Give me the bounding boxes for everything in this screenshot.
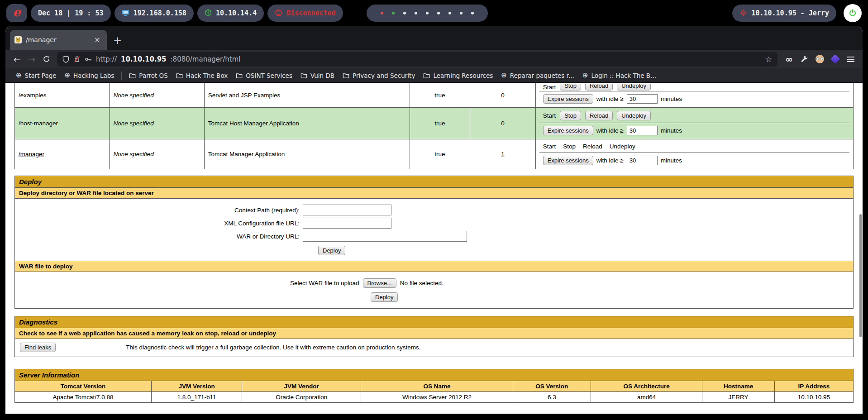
server-info-value: Apache Tomcat/7.0.88 [15,392,152,403]
new-tab-button[interactable]: + [107,34,128,50]
idle-suffix: minutes [661,95,682,102]
server-info-column-header: OS Name [361,381,513,392]
deploy-button[interactable]: Deploy [318,246,345,255]
bookmark-item[interactable]: Vuln DB [296,71,339,81]
power-button[interactable] [844,4,862,22]
server-info-table: Server Information Tomcat VersionJVM Ver… [14,369,854,403]
workspace-dot[interactable] [381,12,383,14]
reload-label: Reload [583,143,602,150]
app-path-link[interactable]: /examples [19,92,47,99]
bookmark-item[interactable]: Privacy and Security [339,71,419,81]
server-info-header-row: Tomcat VersionJVM VersionJVM VendorOS Na… [15,381,854,392]
bookmark-item[interactable]: ⊕Start Page [12,71,61,81]
bookmark-item[interactable]: Parrot OS [125,71,172,81]
deploy-section: Deploy Deploy directory or WAR file loca… [14,176,854,309]
browse-button[interactable]: Browse... [363,278,396,288]
bookmark-star-icon[interactable]: ☆ [765,55,772,64]
app-running: true [410,139,470,169]
idle-minutes-input[interactable] [627,156,658,165]
deploy-title: Deploy [15,176,853,188]
extension-face-icon[interactable] [812,52,827,66]
app-path-link[interactable]: /host-manager [19,120,58,127]
context-path-label: Context Path (required): [15,207,303,214]
clock-widget: Dec 18 | 19 : 53 [31,5,111,22]
undeploy-button[interactable]: Undeploy [617,84,651,91]
app-display-name: Servlet and JSP Examples [204,83,410,108]
bookmark-label: Login :: Hack The B... [591,72,656,79]
no-file-text: No file selected. [400,280,444,286]
app-sessions-link[interactable]: 0 [501,92,505,99]
workspace-dot[interactable] [448,12,451,14]
history-infinity-icon[interactable]: ∞ [781,52,796,66]
target-icon [739,9,747,17]
bookmark-item[interactable]: OSINT Services [232,71,296,81]
reload-button-app[interactable]: Reload [585,111,613,120]
globe-icon: ⊕ [16,72,22,79]
clock-text: Dec 18 | 19 : 53 [38,9,104,17]
idle-minutes-input[interactable] [627,126,658,135]
context-path-input[interactable] [303,205,391,215]
reload-button[interactable] [39,52,53,66]
bookmark-item[interactable]: Hack The Box [172,71,232,81]
workspace-dot[interactable] [426,12,429,14]
wrench-icon[interactable] [796,52,812,66]
bookmark-item[interactable]: Learning Resources [419,71,497,81]
workspace-dot[interactable] [403,12,406,14]
expire-sessions-button[interactable]: Expire sessions [543,156,593,165]
app-version: None specified [110,108,204,139]
folder-icon [300,72,307,79]
start-label: Start [543,84,556,91]
vpn-ip-widget: 10.10.14.4 [197,5,264,22]
app-path-link[interactable]: /manager [19,151,44,158]
bookmark-item[interactable]: ⊕Hacking Labs [61,71,119,81]
expire-sessions-button[interactable]: Expire sessions [543,94,593,104]
target-text: 10.10.10.95 - Jerry [751,9,829,17]
tab-close-icon[interactable]: × [92,35,102,44]
url-bar[interactable]: http://10.10.10.95:8080/manager/html ☆ [57,52,777,67]
insecure-lock-icon[interactable] [73,56,81,63]
folder-icon [236,72,243,79]
vpn-status-widget: Disconnected [267,5,343,22]
tab-manager[interactable]: /manager × [10,30,107,50]
server-info-value: 6.3 [513,392,591,403]
xml-config-input[interactable] [303,218,391,229]
workspace-dot[interactable] [460,12,463,14]
applications-table: /examples None specified Servlet and JSP… [14,83,854,169]
parrot-menu-button[interactable]: e [6,4,27,22]
stop-button[interactable]: Stop [560,111,581,120]
find-leaks-button[interactable]: Find leaks [20,343,56,352]
extension-diamond-icon[interactable] [827,52,843,66]
workspace-dot[interactable] [471,12,474,14]
key-icon [85,56,92,63]
workspace-dot[interactable] [415,12,417,14]
undeploy-label: Undeploy [610,143,635,150]
expire-sessions-button[interactable]: Expire sessions [543,126,593,135]
shield-icon [62,56,69,63]
server-info-column-header: Hostname [702,381,774,392]
bookmark-item[interactable]: ⊕Reparar paquetes r... [497,71,578,81]
reload-button-app[interactable]: Reload [585,84,613,91]
server-info-value: JERRY [702,392,774,403]
table-row: /host-manager None specified Tomcat Host… [15,108,854,139]
idle-minutes-input[interactable] [627,94,658,104]
bookmark-item[interactable]: ⊕Login :: Hack The B... [578,71,660,81]
workspace-switcher[interactable] [367,5,488,22]
deploy-upload-button[interactable]: Deploy [371,292,398,302]
back-button[interactable]: ← [10,52,24,66]
undeploy-button[interactable]: Undeploy [617,111,651,120]
app-display-name: Tomcat Host Manager Application [204,108,410,139]
workspace-dot[interactable] [437,12,440,14]
app-display-name: Tomcat Manager Application [204,139,410,169]
stop-button[interactable]: Stop [560,84,581,91]
bookmark-label: Vuln DB [310,72,334,79]
menu-button[interactable] [843,52,858,66]
war-url-input[interactable] [303,231,467,242]
app-sessions-link[interactable]: 0 [501,120,505,127]
app-sessions-link[interactable]: 1 [501,151,505,158]
page-scrollbar[interactable] [859,214,862,337]
globe-icon: ⊕ [582,72,588,79]
server-info-column-header: OS Version [513,381,591,392]
network-icon [122,10,129,16]
workspace-dot[interactable] [392,12,395,14]
bookmark-label: Learning Resources [433,72,493,79]
